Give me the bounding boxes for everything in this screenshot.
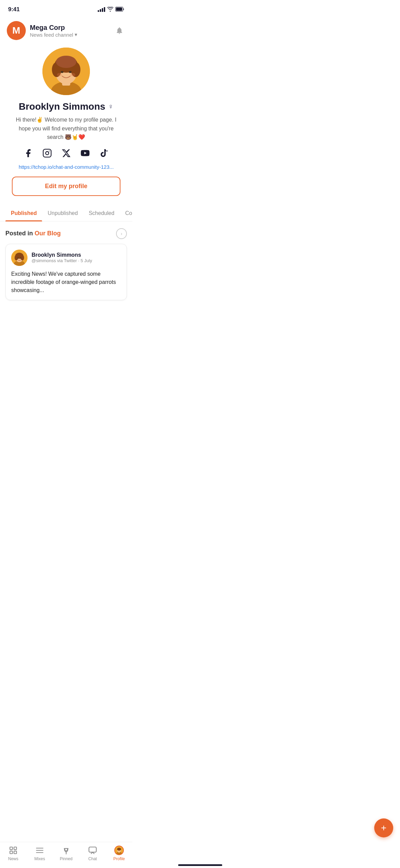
- tab-comments[interactable]: Comments: [120, 205, 132, 221]
- app-header: M Mega Corp News feed channel ▾: [0, 17, 132, 44]
- status-bar: 9:41: [0, 0, 132, 17]
- channel-selector[interactable]: News feed channel ▾: [30, 32, 109, 38]
- post-author-avatar: [11, 250, 27, 266]
- svg-rect-1: [116, 7, 122, 11]
- x-twitter-icon[interactable]: [61, 148, 72, 159]
- chevron-down-icon: ▾: [75, 32, 77, 38]
- status-time: 9:41: [8, 6, 20, 13]
- svg-point-10: [61, 71, 63, 73]
- svg-point-23: [17, 257, 19, 258]
- post-author-info: Brooklyn Simmons @simmonss via Twitter ·…: [32, 252, 92, 263]
- svg-point-11: [69, 71, 72, 73]
- social-icons: [23, 148, 110, 159]
- youtube-icon[interactable]: [80, 148, 91, 159]
- profile-name: Brooklyn Simmons ♀: [19, 101, 114, 112]
- tiktok-icon[interactable]: [99, 148, 110, 159]
- content-section: Posted in Our Blog ›: [0, 221, 132, 307]
- profile-bio: Hi there!✌️ Welcome to my profile page. …: [12, 115, 120, 142]
- instagram-icon[interactable]: [42, 148, 53, 159]
- svg-point-13: [71, 73, 75, 76]
- profile-avatar: [42, 48, 90, 95]
- facebook-icon[interactable]: [23, 148, 34, 159]
- org-name: Mega Corp: [30, 23, 109, 32]
- gender-icon: ♀: [108, 102, 114, 111]
- post-meta: @simmonss via Twitter · 5 July: [32, 258, 92, 263]
- org-info: Mega Corp News feed channel ▾: [30, 23, 109, 38]
- battery-icon: [115, 7, 124, 13]
- notification-bell-icon[interactable]: [113, 24, 126, 37]
- posted-in-header: Posted in Our Blog ›: [5, 228, 127, 239]
- svg-point-21: [15, 255, 18, 260]
- post-card: Brooklyn Simmons @simmonss via Twitter ·…: [5, 244, 127, 300]
- tab-unpublished[interactable]: Unpublished: [42, 205, 83, 221]
- post-content: Exciting News! We've captured some incre…: [11, 270, 121, 294]
- post-author-name: Brooklyn Simmons: [32, 252, 92, 258]
- profile-link[interactable]: https://tchop.io/chat-and-community-123.…: [19, 164, 114, 170]
- svg-point-22: [21, 255, 24, 260]
- svg-point-12: [57, 73, 62, 76]
- wifi-icon: [107, 7, 113, 13]
- post-header: Brooklyn Simmons @simmonss via Twitter ·…: [11, 250, 121, 266]
- tab-scheduled[interactable]: Scheduled: [83, 205, 120, 221]
- posted-in-text: Posted in Our Blog: [5, 230, 61, 237]
- svg-point-9: [56, 56, 76, 68]
- org-logo[interactable]: M: [7, 21, 26, 40]
- profile-section: Brooklyn Simmons ♀ Hi there!✌️ Welcome t…: [0, 44, 132, 203]
- svg-point-24: [20, 257, 21, 258]
- edit-profile-button[interactable]: Edit my profile: [12, 177, 120, 196]
- tab-published[interactable]: Published: [5, 205, 42, 221]
- status-icons: [98, 7, 124, 13]
- content-tabs: Published Unpublished Scheduled Comments: [0, 205, 132, 221]
- signal-icon: [98, 7, 105, 12]
- chevron-right-icon[interactable]: ›: [116, 228, 127, 239]
- svg-rect-14: [43, 149, 51, 157]
